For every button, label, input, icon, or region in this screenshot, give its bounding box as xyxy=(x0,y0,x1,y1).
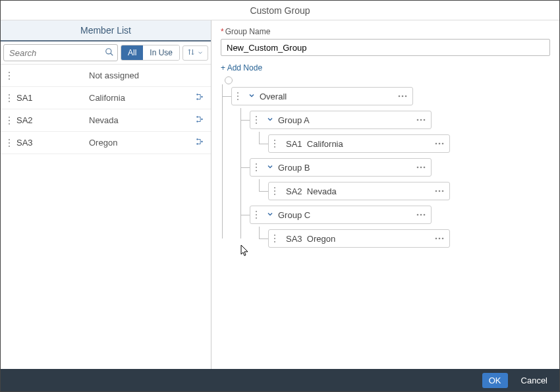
drag-handle-icon[interactable] xyxy=(273,186,282,196)
svg-point-30 xyxy=(256,119,257,121)
ok-button[interactable]: OK xyxy=(482,373,508,388)
header-desc: Not assigned xyxy=(89,70,204,80)
dialog-body: Member List All In Use xyxy=(1,20,559,369)
leaf-label: SA3 Oregon xyxy=(286,234,434,244)
svg-line-1 xyxy=(111,53,113,56)
group-editor-panel: *Group Name + Add Node Overall xyxy=(211,20,559,369)
node-actions-icon[interactable] xyxy=(434,142,445,145)
member-row[interactable]: SA3 Oregon xyxy=(1,132,211,154)
node-actions-icon[interactable] xyxy=(415,119,427,121)
drag-handle-icon[interactable] xyxy=(236,92,245,101)
node-actions-icon[interactable] xyxy=(434,190,445,192)
svg-point-55 xyxy=(256,217,257,219)
filter-all-button[interactable]: All xyxy=(121,45,143,60)
node-label: Group C xyxy=(278,210,415,220)
member-code: SA3 xyxy=(16,138,89,148)
svg-point-34 xyxy=(424,119,426,121)
node-actions-icon[interactable] xyxy=(415,213,427,216)
tree-node-overall[interactable]: Overall xyxy=(231,87,413,105)
hierarchy-icon[interactable] xyxy=(195,137,204,148)
member-row[interactable]: SA2 Nevada xyxy=(1,109,211,132)
svg-point-6 xyxy=(9,98,10,99)
svg-point-15 xyxy=(201,119,202,120)
chevron-down-icon[interactable] xyxy=(266,163,274,173)
svg-point-54 xyxy=(256,214,257,215)
dialog-footer: OK Cancel xyxy=(1,369,559,391)
node-label: Group B xyxy=(278,163,415,173)
member-row[interactable]: SA1 California xyxy=(1,87,211,109)
drag-handle-icon[interactable] xyxy=(7,138,16,148)
svg-point-2 xyxy=(9,72,10,73)
tree-node-group[interactable]: Group B xyxy=(250,158,432,177)
chevron-down-icon[interactable] xyxy=(266,115,274,125)
svg-point-59 xyxy=(274,235,275,236)
svg-point-38 xyxy=(435,143,437,145)
tree-leaf[interactable]: SA3 Oregon xyxy=(268,229,450,248)
svg-point-62 xyxy=(435,238,437,240)
svg-point-9 xyxy=(201,96,202,98)
node-actions-icon[interactable] xyxy=(397,95,408,98)
cancel-button[interactable]: Cancel xyxy=(517,375,551,386)
group-name-input[interactable] xyxy=(221,39,550,56)
svg-point-20 xyxy=(196,138,198,140)
svg-point-58 xyxy=(424,214,426,216)
svg-point-8 xyxy=(196,94,198,95)
drag-handle-icon[interactable] xyxy=(7,94,16,103)
filter-segment: All In Use xyxy=(121,45,180,61)
node-actions-icon[interactable] xyxy=(415,166,427,169)
svg-point-61 xyxy=(274,241,275,242)
group-name-label: *Group Name xyxy=(221,27,550,36)
drag-handle-icon[interactable] xyxy=(254,210,264,219)
dialog-title: Custom Group xyxy=(1,1,559,20)
svg-point-52 xyxy=(442,190,444,192)
svg-point-23 xyxy=(237,92,238,94)
svg-point-7 xyxy=(9,101,10,102)
member-list: Not assigned SA1 California SA2 Nevada S xyxy=(1,65,211,369)
hierarchy-icon[interactable] xyxy=(195,92,204,103)
tree-node-group[interactable]: Group A xyxy=(250,111,432,129)
drag-handle-icon[interactable] xyxy=(273,139,282,148)
custom-group-dialog: Custom Group Member List All In Use xyxy=(0,0,560,392)
chevron-down-icon[interactable] xyxy=(266,210,274,220)
drag-handle-icon[interactable] xyxy=(7,116,16,125)
drag-handle-icon[interactable] xyxy=(273,234,282,243)
svg-point-3 xyxy=(9,75,10,76)
svg-point-18 xyxy=(9,142,10,144)
svg-point-49 xyxy=(274,194,275,195)
member-code: SA1 xyxy=(16,93,89,103)
tree-node-group[interactable]: Group C xyxy=(250,206,432,224)
sort-button[interactable] xyxy=(182,45,208,61)
tree-leaf[interactable]: SA1 California xyxy=(268,134,450,153)
svg-point-50 xyxy=(435,190,437,192)
svg-point-36 xyxy=(274,143,275,144)
search-input[interactable] xyxy=(3,44,118,61)
svg-point-0 xyxy=(106,49,111,54)
svg-point-22 xyxy=(196,143,198,144)
hierarchy-icon[interactable] xyxy=(195,115,204,126)
add-node-link[interactable]: + Add Node xyxy=(221,63,262,72)
svg-point-35 xyxy=(274,140,275,141)
svg-point-41 xyxy=(256,163,257,165)
svg-point-56 xyxy=(417,214,419,216)
filter-inuse-button[interactable]: In Use xyxy=(143,45,179,60)
drag-handle-icon[interactable] xyxy=(7,71,16,80)
svg-point-10 xyxy=(196,98,198,99)
svg-point-43 xyxy=(256,170,257,171)
svg-point-60 xyxy=(274,238,275,239)
svg-point-17 xyxy=(9,139,10,140)
tree-leaf[interactable]: SA2 Nevada xyxy=(268,182,450,200)
root-marker[interactable] xyxy=(225,76,233,84)
required-indicator: * xyxy=(221,27,224,36)
node-label: Group A xyxy=(278,115,415,125)
svg-point-12 xyxy=(9,120,10,121)
chevron-down-icon[interactable] xyxy=(248,92,256,101)
drag-handle-icon[interactable] xyxy=(254,115,264,125)
hierarchy-tree: Overall Group A xyxy=(221,76,550,248)
svg-point-4 xyxy=(9,78,10,80)
node-actions-icon[interactable] xyxy=(434,237,445,240)
svg-point-21 xyxy=(201,141,202,142)
search-icon[interactable] xyxy=(105,47,114,59)
svg-point-24 xyxy=(237,96,238,97)
search-wrap xyxy=(3,44,118,61)
drag-handle-icon[interactable] xyxy=(254,163,264,172)
